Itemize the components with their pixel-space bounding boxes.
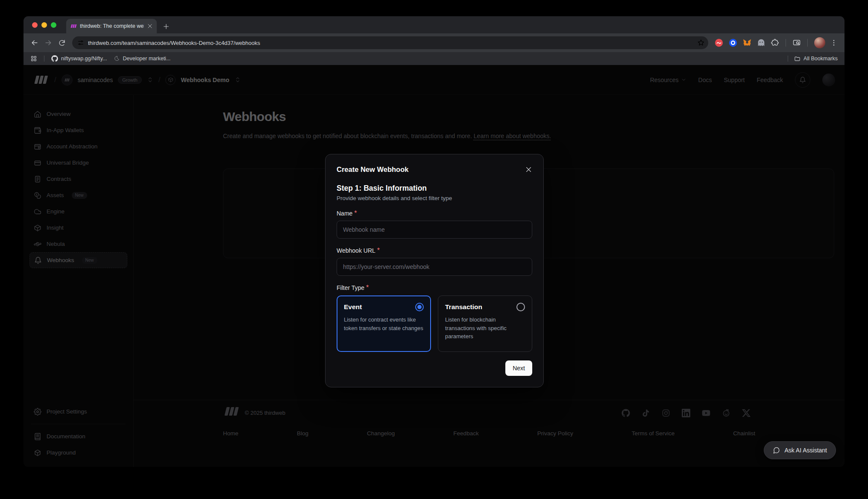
next-button[interactable]: Next <box>505 360 532 376</box>
inspect-panel-icon[interactable] <box>792 38 801 47</box>
tab-title: thirdweb: The complete web3 <box>80 23 144 29</box>
browser-profile-avatar[interactable] <box>814 37 825 48</box>
chat-bubble-icon <box>773 447 780 454</box>
all-bookmarks-button[interactable]: All Bookmarks <box>794 56 838 62</box>
toolbar-divider <box>786 39 786 47</box>
modal-title: Create New Webhook <box>337 165 408 174</box>
browser-menu-icon[interactable] <box>830 39 838 47</box>
step-title: Step 1: Basic Information <box>337 184 532 193</box>
extensions-puzzle-icon[interactable] <box>771 38 779 47</box>
extensions-row <box>714 37 838 48</box>
webhook-url-input[interactable] <box>337 258 532 276</box>
browser-tab[interactable]: thirdweb: The complete web3 <box>66 19 157 33</box>
reload-button[interactable] <box>55 36 69 50</box>
required-marker: * <box>366 284 369 291</box>
apps-grid-icon[interactable] <box>30 55 37 62</box>
close-window-button[interactable] <box>32 22 38 28</box>
filter-type-group: Filter Type* Event Listen for contract e… <box>337 284 532 352</box>
browser-toolbar: thirdweb.com/team/saminacodes/Webhooks-D… <box>23 33 845 52</box>
crescent-favicon <box>114 56 120 62</box>
back-button[interactable] <box>28 36 41 50</box>
thirdweb-favicon <box>70 23 77 30</box>
toolbar-divider <box>807 39 808 47</box>
redstone-extension-icon[interactable] <box>714 38 724 47</box>
option-description: Listen for blockchain transactions with … <box>445 316 525 341</box>
name-label: Name <box>337 210 352 217</box>
option-description: Listen for contract events like token tr… <box>344 316 424 332</box>
filter-type-label: Filter Type <box>337 284 364 291</box>
option-title: Transaction <box>445 303 482 311</box>
modal-close-icon[interactable] <box>525 166 532 173</box>
bookmarks-bar: niftyswap.gg/Nifty... Developer marketi.… <box>23 52 845 65</box>
address-bar[interactable]: thirdweb.com/team/saminacodes/Webhooks-D… <box>72 36 708 49</box>
ask-ai-assistant-button[interactable]: Ask AI Assistant <box>764 441 836 459</box>
url-field-group: Webhook URL* <box>337 247 532 276</box>
bookmark-label: Developer marketi... <box>123 56 170 62</box>
all-bookmarks-label: All Bookmarks <box>803 56 838 62</box>
forward-button[interactable] <box>41 36 55 50</box>
filter-option-event[interactable]: Event Listen for contract events like to… <box>337 295 431 352</box>
tab-close-icon[interactable] <box>147 23 153 29</box>
folder-icon <box>794 56 801 62</box>
bookmarks-divider <box>788 56 788 62</box>
url-text: thirdweb.com/team/saminacodes/Webhooks-D… <box>88 40 693 46</box>
site-controls-icon[interactable] <box>77 39 84 46</box>
required-marker: * <box>377 247 380 254</box>
filter-option-transaction[interactable]: Transaction Listen for blockchain transa… <box>438 295 532 352</box>
radio-selected-icon[interactable] <box>415 303 424 311</box>
thirdweb-dashboard-page: / saminacodes Growth / Webhooks Demo Res… <box>23 65 845 467</box>
coinbase-wallet-extension-icon[interactable] <box>728 38 738 47</box>
url-label: Webhook URL <box>337 247 375 254</box>
required-marker: * <box>354 210 357 217</box>
create-webhook-modal: Create New Webhook Step 1: Basic Informa… <box>325 154 544 387</box>
new-tab-button[interactable] <box>163 23 170 30</box>
radio-unselected-icon[interactable] <box>516 303 525 311</box>
zoom-window-button[interactable] <box>51 22 56 28</box>
bookmark-item-developer-marketing[interactable]: Developer marketi... <box>114 56 170 62</box>
ask-ai-assistant-label: Ask AI Assistant <box>784 447 827 454</box>
bookmark-star-icon[interactable] <box>697 39 705 47</box>
bookmark-item-niftyswap[interactable]: niftyswap.gg/Nifty... <box>51 55 107 62</box>
step-subtitle: Provide webhook details and select filte… <box>337 195 532 201</box>
tab-strip: thirdweb: The complete web3 <box>23 16 845 33</box>
bookmark-label: niftyswap.gg/Nifty... <box>61 56 107 62</box>
minimize-window-button[interactable] <box>41 22 47 28</box>
window-controls <box>32 22 56 28</box>
option-title: Event <box>344 303 362 311</box>
github-favicon <box>51 55 58 62</box>
name-field-group: Name* <box>337 210 532 239</box>
phantom-extension-icon[interactable] <box>757 38 766 47</box>
bookmarks-divider <box>44 56 44 62</box>
browser-window: thirdweb: The complete web3 thirdweb.com… <box>23 16 845 467</box>
webhook-name-input[interactable] <box>337 221 532 239</box>
metamask-extension-icon[interactable] <box>742 38 752 47</box>
